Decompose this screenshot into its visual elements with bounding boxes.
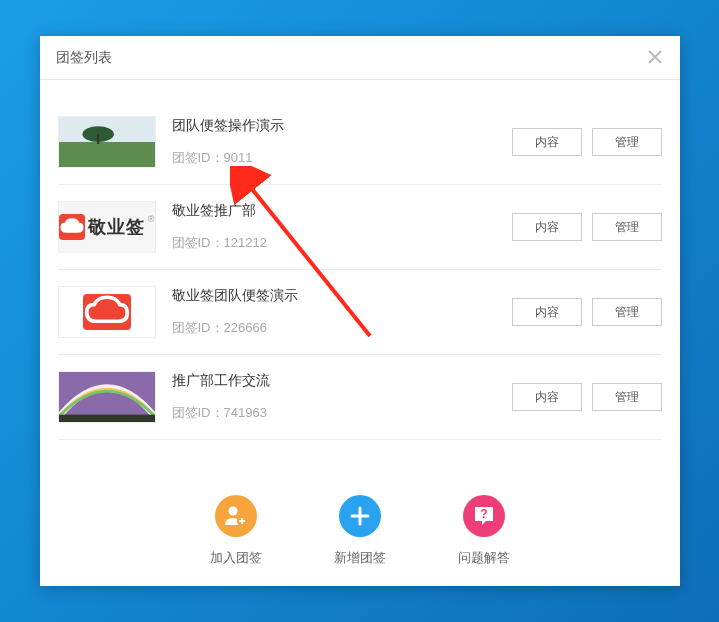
footer-label: 新增团签 [334, 549, 386, 567]
list-item: 推广部工作交流 团签ID：741963 内容 管理 [58, 355, 662, 440]
close-icon [648, 46, 662, 69]
content-button[interactable]: 内容 [512, 213, 582, 241]
cloud-icon [59, 214, 85, 240]
logo-text: 敬业签 [88, 215, 145, 239]
registered-icon: ® [148, 214, 155, 224]
list-item: 敬业签 ® 敬业签推广部 团签ID：121212 内容 管理 [58, 185, 662, 270]
team-meta: 团签ID：741963 [172, 404, 512, 422]
dialog-team-list: 团签列表 团队便签操作演示 团签ID：9011 内容 [40, 36, 680, 586]
dialog-footer: 加入团签 新增团签 ? 问题解答 [40, 476, 680, 586]
team-actions: 内容 管理 [512, 298, 662, 326]
team-actions: 内容 管理 [512, 128, 662, 156]
dialog-header: 团签列表 [40, 36, 680, 80]
close-button[interactable] [644, 46, 666, 68]
list-item: 敬业签团队便签演示 团签ID：226666 内容 管理 [58, 270, 662, 355]
team-meta: 团签ID：226666 [172, 319, 512, 337]
content-button[interactable]: 内容 [512, 298, 582, 326]
manage-button[interactable]: 管理 [592, 128, 662, 156]
manage-button[interactable]: 管理 [592, 298, 662, 326]
footer-label: 问题解答 [458, 549, 510, 567]
svg-text:?: ? [480, 507, 487, 521]
question-icon: ? [463, 495, 505, 537]
plus-icon [339, 495, 381, 537]
footer-label: 加入团签 [210, 549, 262, 567]
manage-button[interactable]: 管理 [592, 383, 662, 411]
svg-rect-3 [97, 134, 99, 144]
svg-point-6 [228, 507, 237, 516]
team-title: 敬业签团队便签演示 [172, 287, 512, 305]
team-title: 团队便签操作演示 [172, 117, 512, 135]
join-team-button[interactable]: 加入团签 [210, 495, 262, 567]
content-button[interactable]: 内容 [512, 128, 582, 156]
team-thumbnail [58, 116, 156, 168]
help-button[interactable]: ? 问题解答 [458, 495, 510, 567]
dialog-title: 团签列表 [56, 49, 112, 67]
team-thumbnail: 敬业签 ® [58, 201, 156, 253]
create-team-button[interactable]: 新增团签 [334, 495, 386, 567]
svg-rect-5 [59, 415, 155, 423]
add-user-icon [215, 495, 257, 537]
cloud-icon [83, 294, 131, 330]
team-info: 团队便签操作演示 团签ID：9011 [172, 117, 512, 167]
team-meta: 团签ID：121212 [172, 234, 512, 252]
team-info: 推广部工作交流 团签ID：741963 [172, 372, 512, 422]
team-info: 敬业签团队便签演示 团签ID：226666 [172, 287, 512, 337]
content-button[interactable]: 内容 [512, 383, 582, 411]
team-title: 推广部工作交流 [172, 372, 512, 390]
list-item: 团队便签操作演示 团签ID：9011 内容 管理 [58, 100, 662, 185]
team-thumbnail [58, 286, 156, 338]
team-actions: 内容 管理 [512, 383, 662, 411]
team-thumbnail [58, 371, 156, 423]
team-list: 团队便签操作演示 团签ID：9011 内容 管理 敬业签 ® 敬业签推广部 [40, 80, 680, 476]
team-info: 敬业签推广部 团签ID：121212 [172, 202, 512, 252]
team-meta: 团签ID：9011 [172, 149, 512, 167]
team-actions: 内容 管理 [512, 213, 662, 241]
manage-button[interactable]: 管理 [592, 213, 662, 241]
team-title: 敬业签推广部 [172, 202, 512, 220]
svg-rect-1 [59, 142, 155, 167]
